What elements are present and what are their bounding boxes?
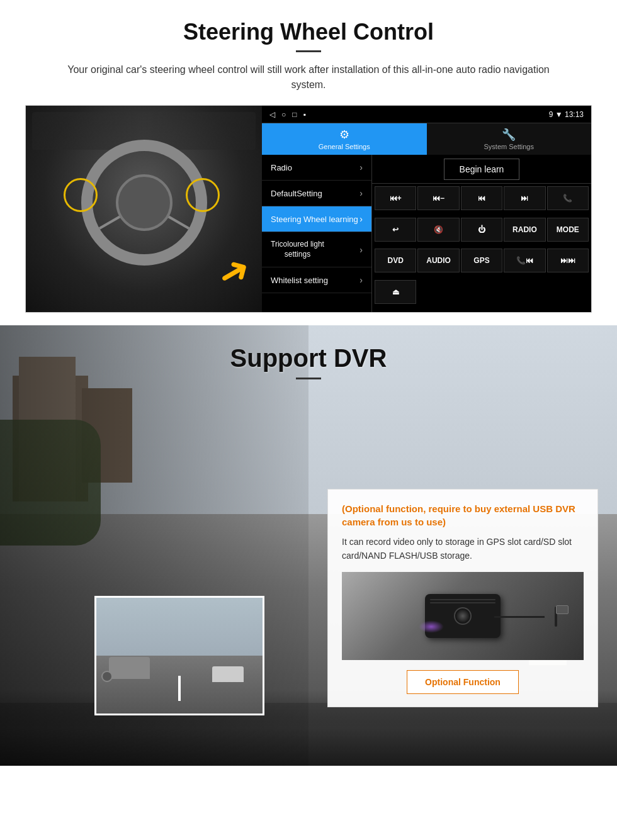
chevron-icon: › [359,162,363,172]
android-tabs: ⚙ General Settings 🔧 System Settings [262,123,591,155]
gear-icon: ⚙ [339,128,349,142]
menu-radio-label: Radio [271,163,292,172]
section-subtitle: Your original car's steering wheel contr… [50,62,567,92]
steering-wheel-image: ➜ [26,106,262,312]
menu-item-defaultsetting[interactable]: DefaultSetting › [262,181,371,206]
menu-whitelist-label: Whitelist setting [271,276,328,285]
optional-function-button[interactable]: Optional Function [407,670,519,694]
dvr-info-card: (Optional function, require to buy exter… [327,489,598,707]
arrow-icon: ➜ [209,244,258,298]
ctrl-phone[interactable]: 📞 [547,186,589,210]
ctrl-back[interactable]: ↩ [375,218,416,242]
status-info: 9 ▼ 13:13 [549,110,584,119]
road-scene-inset [96,598,263,714]
camera-lens [454,607,472,625]
menu-item-steering[interactable]: Steering Wheel learning › [262,206,371,232]
title-divider [296,50,321,52]
ctrl-gps[interactable]: GPS [461,249,502,272]
ctrl-vol-down[interactable]: ⏮− [417,186,459,210]
dvr-divider [296,378,321,379]
tab-general-settings[interactable]: ⚙ General Settings [262,123,427,155]
ctrl-mode[interactable]: MODE [547,218,589,242]
android-menu: Radio › DefaultSetting › Steering Wheel … [262,155,372,312]
begin-learn-button[interactable]: Begin learn [444,159,520,180]
highlight-right [186,178,220,212]
tab-general-label: General Settings [319,143,370,150]
menu-item-radio[interactable]: Radio › [262,155,371,181]
dvr-inset-image [94,596,264,715]
chevron-icon: › [359,245,363,255]
chevron-icon: › [359,188,363,198]
system-icon: 🔧 [502,128,516,142]
road-line [178,676,181,701]
ctrl-vol-up[interactable]: ⏮+ [375,186,416,210]
ctrl-radio[interactable]: RADIO [504,218,545,242]
steering-panel: ➜ ◁ ○ □ ▪ 9 ▼ 13:13 ⚙ General Settings 🔧… [25,105,592,313]
dvr-description: It can record video only to storage in G… [342,535,584,563]
dvr-title: Support DVR [25,344,592,372]
android-ui-panel: ◁ ○ □ ▪ 9 ▼ 13:13 ⚙ General Settings 🔧 S… [262,106,591,312]
ctrl-mute[interactable]: 🔇 [417,218,459,242]
ctrl-phone-prev[interactable]: 📞⏮ [504,249,545,272]
ctrl-dvd[interactable]: DVD [375,249,416,272]
ctrl-eject[interactable]: ⏏ [375,280,416,304]
ctrl-prev[interactable]: ⏮ [461,186,502,210]
menu-tricoloured-label: Tricoloured lightsettings [271,240,324,259]
dvr-title-area: Support DVR [0,325,617,386]
android-right-panel: Begin learn ⏮+ ⏮− ⏮ ⏭ 📞 ↩ 🔇 ⏻ RADIO MODE [372,155,591,312]
begin-learn-area: Begin learn [372,155,591,184]
android-status-bar: ◁ ○ □ ▪ 9 ▼ 13:13 [262,106,591,123]
chevron-icon: › [359,214,363,224]
tab-system-settings[interactable]: 🔧 System Settings [427,123,592,155]
dvr-optional-text: (Optional function, require to buy exter… [342,502,584,529]
optional-btn-container: Optional Function [342,670,584,694]
ctrl-next2[interactable]: ⏭⏭ [547,249,589,272]
ctrl-next[interactable]: ⏭ [504,186,545,210]
nav-icons: ◁ ○ □ ▪ [269,110,306,119]
highlight-left [64,178,98,212]
menu-item-tricoloured[interactable]: Tricoloured lightsettings › [262,232,371,267]
dvr-camera-image [342,572,584,660]
menu-default-label: DefaultSetting [271,189,322,198]
menu-item-whitelist[interactable]: Whitelist setting › [262,267,371,293]
android-content: Radio › DefaultSetting › Steering Wheel … [262,155,591,312]
steering-section: Steering Wheel Control Your original car… [0,0,617,325]
menu-steering-label: Steering Wheel learning [271,215,358,224]
ctrl-audio[interactable]: AUDIO [417,249,459,272]
control-buttons-grid: ⏮+ ⏮− ⏮ ⏭ 📞 ↩ 🔇 ⏻ RADIO MODE DVD AUDIO G… [372,184,591,312]
dvr-section: Support DVR (Optional function, require … [0,325,617,766]
chevron-icon: › [359,275,363,285]
tab-system-label: System Settings [484,143,534,150]
ctrl-power[interactable]: ⏻ [461,218,502,242]
page-title: Steering Wheel Control [25,19,592,45]
